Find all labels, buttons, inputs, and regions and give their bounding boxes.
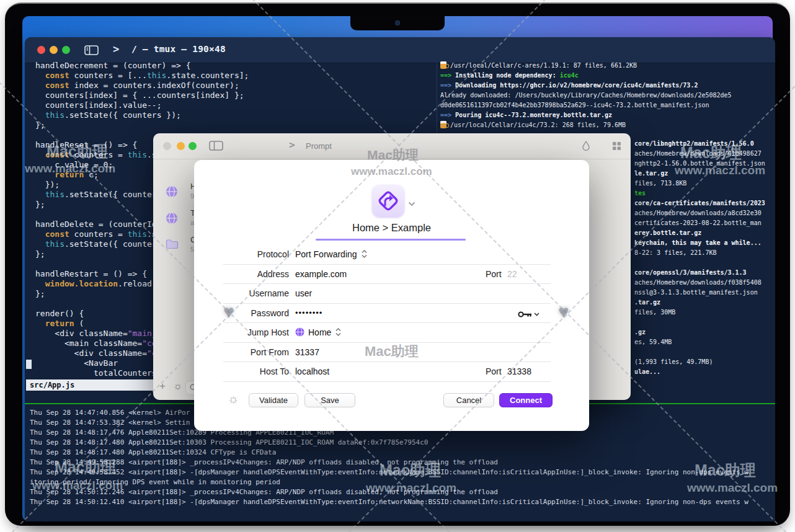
log-line: Thu Sep 28 14:48:17.480 Apple80211Set:10… xyxy=(30,438,771,448)
brew-line-fragment: aches/Homebrew/downloads/410498627 xyxy=(634,149,762,159)
password-field[interactable]: •••••••• xyxy=(295,306,322,320)
brew-line-fragment: aches/Homebrew/downloads/f038f5408 xyxy=(634,278,762,288)
port-from-label: Port From xyxy=(215,345,289,359)
row-separator xyxy=(223,381,551,382)
host-to-row: Host To localhost Port 31338 xyxy=(194,365,589,378)
sidebar-toggle-icon[interactable] xyxy=(84,45,99,55)
settings-sun-icon[interactable]: ☼ xyxy=(228,392,239,406)
brew-line-fragment: keychain, this may take a while... xyxy=(634,238,762,248)
close-button[interactable] xyxy=(37,46,45,54)
brew-line-fragment: 8-22: 3 files, 221.7KB xyxy=(634,248,716,258)
grid-icon[interactable] xyxy=(612,141,621,153)
folder-icon xyxy=(166,239,179,252)
brew-line: ==> Downloading https://ghcr.io/v2/homeb… xyxy=(440,81,773,91)
minimize-button[interactable] xyxy=(177,142,185,150)
close-button[interactable] xyxy=(163,142,171,150)
terminal-title: / – tmux – 190×48 xyxy=(131,44,226,54)
laptop-mockup: > / – tmux – 190×48 handleDecrement = (c… xyxy=(0,0,795,532)
brew-line-fragment: ulae... xyxy=(634,367,660,377)
brew-line: Already downloaded: /Users/buckley/Libra… xyxy=(440,91,773,100)
stepper-icon[interactable] xyxy=(335,326,341,340)
brew-line-fragment: .gz xyxy=(634,327,646,337)
stepper-icon[interactable] xyxy=(362,248,367,262)
beer-icon xyxy=(440,121,446,128)
brew-line-fragment: files, 30MB xyxy=(634,308,675,317)
vim-cursor xyxy=(26,360,32,369)
add-button[interactable]: + xyxy=(159,380,166,392)
chevron-down-icon[interactable] xyxy=(408,198,415,209)
username-label: Username xyxy=(215,286,289,300)
log-line: Thu Sep 28 14:48:17.480 Apple80211Set:10… xyxy=(30,448,771,458)
protocol-label: Protocol xyxy=(215,247,289,261)
code-line: counters[index].value--; xyxy=(35,100,445,110)
title-underline xyxy=(316,239,466,241)
zoom-button[interactable] xyxy=(62,46,70,54)
protocol-row: Protocol Port Forwarding xyxy=(194,247,589,261)
log-line: Thu Sep 28 14:49:58.288 <airport[188]> _… xyxy=(30,458,771,468)
dialog-title: Home > Example xyxy=(194,222,589,234)
brew-line-fragment: core/libnghttp2/manifests/1.56.0 xyxy=(634,139,754,149)
password-row: Password •••••••• xyxy=(194,306,589,320)
username-field[interactable]: user xyxy=(295,286,312,300)
host-to-label: Host To xyxy=(215,365,289,378)
prompt-arrow-icon: > xyxy=(113,43,119,55)
save-button[interactable]: Save xyxy=(304,393,355,407)
zoom-button[interactable] xyxy=(189,142,197,150)
jump-host-select[interactable]: Home xyxy=(295,326,341,340)
address-field[interactable]: example.com xyxy=(295,267,347,281)
terminal-titlebar[interactable]: > / – tmux – 190×48 xyxy=(25,37,775,63)
address-row: Address example.com Port 22 xyxy=(194,267,589,281)
prompt-window-title: Prompt xyxy=(306,141,332,151)
brew-line-fragment: nghttp2-1.56.0.bottle_manifest.json xyxy=(634,159,765,169)
username-row: Username user xyxy=(194,286,589,300)
prompt-titlebar[interactable]: > Prompt xyxy=(153,133,631,159)
brew-line-fragment: aches/Homebrew/downloads/a8cd32e30 xyxy=(634,208,762,218)
globe-icon xyxy=(166,212,178,227)
password-label: Password xyxy=(215,306,289,320)
port-label: Port xyxy=(486,267,502,281)
port-from-row: Port From 31337 xyxy=(194,345,589,359)
sidebar-toggle-icon[interactable] xyxy=(209,141,223,151)
code-line: handleDecrement = (counter) => { xyxy=(35,61,445,71)
validate-button[interactable]: Validate xyxy=(249,393,298,407)
log-line: Thu Sep 28 14:50:12.246 <airport[188]> _… xyxy=(30,487,771,497)
port-label: Port xyxy=(486,365,502,378)
host-to-field[interactable]: localhost xyxy=(295,365,329,378)
brew-line-fragment: nssl@3-3.1.3.bottle_manifest.json xyxy=(634,288,758,298)
address-label: Address xyxy=(215,267,289,281)
brew-line: /usr/local/Cellar/icu4c/73.2: 268 files,… xyxy=(440,120,773,130)
cancel-button[interactable]: Cancel xyxy=(443,393,494,407)
brew-output-pane[interactable]: /usr/local/Cellar/c-ares/1.19.1: 87 file… xyxy=(440,61,773,130)
jump-host-row: Jump Host Home xyxy=(194,326,589,339)
brew-line: /usr/local/Cellar/c-ares/1.19.1: 87 file… xyxy=(440,61,773,71)
port-forwarding-app-icon[interactable] xyxy=(372,185,404,217)
brew-line-fragment: erey.bottle.tar.gz xyxy=(634,228,701,238)
code-line: this.setState({ counters }); xyxy=(35,110,445,120)
brew-line-fragment: core/openssl/3/manifests/3.1.3 xyxy=(634,268,747,278)
brew-line-fragment: le.tar.gz xyxy=(634,169,668,179)
brew-line-fragment: core/ca-certificates/manifests/2023 xyxy=(634,198,765,208)
prompt-arrow-icon: > xyxy=(289,139,295,151)
connection-dialog[interactable]: Home > Example Protocol Port Forwarding … xyxy=(194,160,589,431)
row-separator xyxy=(223,303,551,304)
log-line: Thu Sep 28 14:50:12.410 <airport[188]> -… xyxy=(30,497,771,507)
camera-dot xyxy=(395,20,400,25)
key-menu-button[interactable] xyxy=(518,309,540,322)
port-field[interactable]: 22 xyxy=(507,267,517,281)
row-separator xyxy=(223,322,551,323)
brew-line: ==> Installing node dependency: icu4c xyxy=(440,71,773,81)
settings-icon[interactable]: ☼ xyxy=(173,380,183,392)
row-separator xyxy=(223,342,551,343)
log-line: itoring period/ Ignoring DPS event while… xyxy=(30,477,771,487)
brew-line-fragment: .tar.gz xyxy=(634,298,660,308)
droplet-icon[interactable] xyxy=(581,140,591,154)
minimize-button[interactable] xyxy=(50,46,58,54)
row-separator xyxy=(223,283,551,284)
brew-line-fragment: es, 59.4MB xyxy=(634,337,672,347)
port-to-field[interactable]: 31338 xyxy=(507,365,531,378)
protocol-select[interactable]: Port Forwarding xyxy=(295,247,367,262)
code-line: counters[index] = { ...counters[index] }… xyxy=(35,91,445,100)
port-from-field[interactable]: 31337 xyxy=(295,345,319,359)
connect-button[interactable]: Connect xyxy=(499,393,553,407)
titlebar-divider xyxy=(153,159,631,159)
